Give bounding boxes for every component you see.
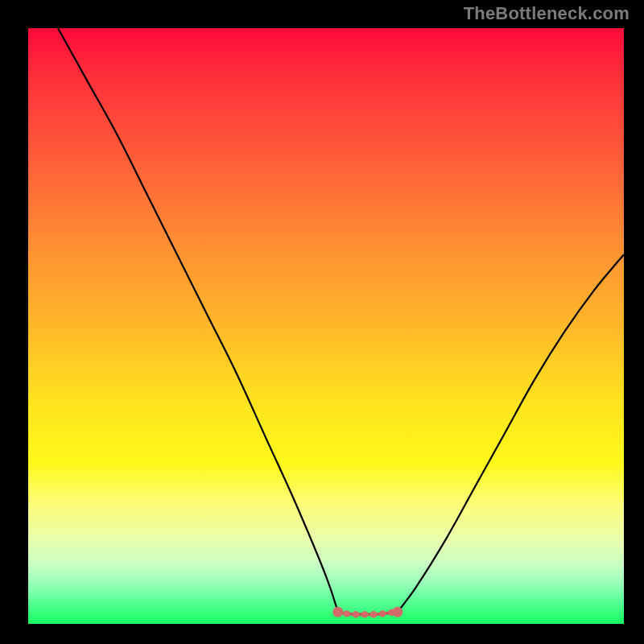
plot-area [28, 28, 624, 624]
curve-svg [28, 28, 624, 624]
floor-marker-dot [344, 610, 350, 617]
floor-marker-dot [353, 611, 359, 617]
floor-marker-dot [379, 610, 386, 617]
floor-marker-dot [392, 607, 402, 617]
floor-marker-dot [370, 611, 377, 617]
chart-frame: TheBottleneck.com [0, 0, 644, 644]
floor-marker-dot [361, 611, 368, 617]
curve-right [398, 254, 624, 612]
watermark-label: TheBottleneck.com [464, 3, 630, 24]
floor-marker-dot [332, 607, 343, 617]
curve-left [58, 28, 338, 612]
